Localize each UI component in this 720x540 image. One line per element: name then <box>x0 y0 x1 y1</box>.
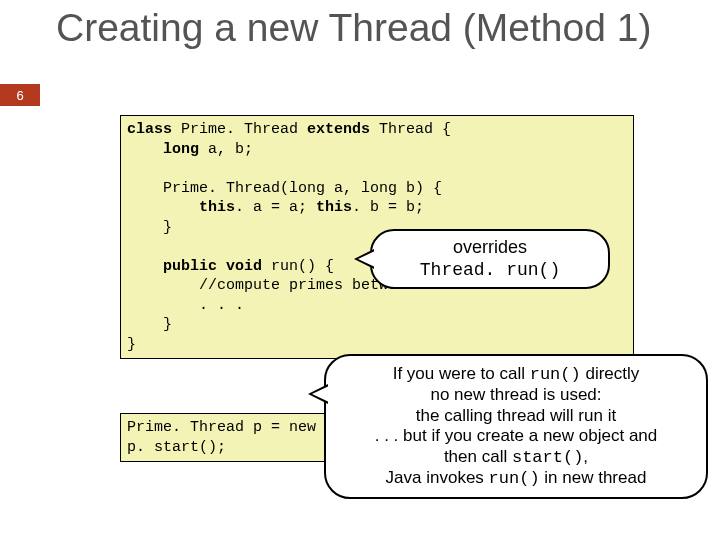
callout-code: start() <box>512 448 583 467</box>
code-text: } <box>127 219 172 236</box>
callout-text: , <box>583 447 588 466</box>
callout-text: If you were to call <box>393 364 530 383</box>
kw: this <box>316 199 352 216</box>
kw: class <box>127 121 172 138</box>
callout-text: directly <box>581 364 640 383</box>
callout-text: overrides <box>453 237 527 257</box>
code-text: run() { <box>262 258 334 275</box>
callout-text: no new thread is used: <box>430 385 601 404</box>
callout-code: run() <box>530 365 581 384</box>
code-text: Prime. Thread p = <box>127 419 289 436</box>
code-text: a, b; <box>199 141 253 158</box>
code-text: } <box>127 316 172 333</box>
callout-text: . . . but if you create a new object and <box>375 426 658 445</box>
page-title: Creating a new Thread (Method 1) <box>56 6 651 51</box>
code-text: . b = b; <box>352 199 424 216</box>
code-text: . a = a; <box>235 199 316 216</box>
callout-text: then call <box>444 447 512 466</box>
callout-code: run() <box>489 469 540 488</box>
code-text <box>127 238 136 255</box>
code-text: p. start(); <box>127 439 226 456</box>
code-text: Prime. Thread <box>172 121 307 138</box>
callout-text: the calling thread will run it <box>416 406 616 425</box>
callout-text: Java invokes <box>386 468 489 487</box>
callout-text: in new thread <box>540 468 647 487</box>
callout-overrides: overrides Thread. run() <box>370 229 610 289</box>
code-text: Thread { <box>370 121 451 138</box>
slide-number: 6 <box>0 84 40 106</box>
code-text: Prime. Thread(long a, long b) { <box>127 180 442 197</box>
code-text <box>127 160 136 177</box>
kw: long <box>127 141 199 158</box>
kw: public void <box>127 258 262 275</box>
kw: new <box>289 419 316 436</box>
kw: this <box>127 199 235 216</box>
callout-run-start: If you were to call run() directly no ne… <box>324 354 708 499</box>
code-text: . . . <box>127 297 244 314</box>
code-text: } <box>127 336 136 353</box>
callout-code: Thread. run() <box>420 260 560 280</box>
kw: extends <box>307 121 370 138</box>
